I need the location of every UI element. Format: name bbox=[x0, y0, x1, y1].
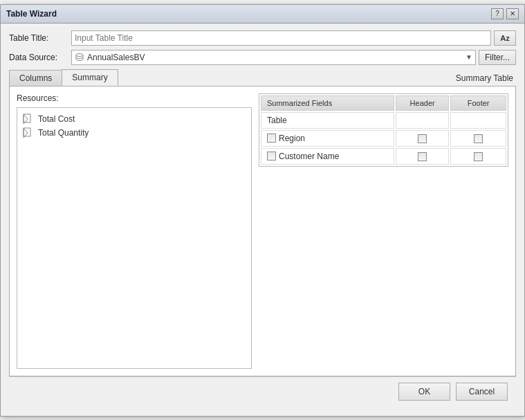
customer-name-header-checkbox[interactable] bbox=[418, 152, 427, 161]
region-header-checkbox[interactable] bbox=[418, 134, 427, 143]
col-header-footer: Footer bbox=[450, 95, 506, 111]
cancel-button[interactable]: Cancel bbox=[456, 383, 508, 401]
dialog-title: Table Wizard bbox=[6, 9, 57, 19]
table-title-input[interactable] bbox=[71, 30, 491, 46]
summary-table-label: Summary Table bbox=[456, 73, 516, 83]
close-button[interactable]: ✕ bbox=[506, 8, 519, 19]
az-button[interactable]: Az bbox=[494, 30, 516, 46]
col-header-fields: Summarized Fields bbox=[261, 95, 394, 111]
resource-label-total-quantity: Total Quantity bbox=[38, 128, 89, 138]
section-table: Table bbox=[261, 112, 506, 129]
resource-label-total-cost: Total Cost bbox=[38, 114, 75, 124]
data-source-label: Data Source: bbox=[9, 53, 71, 62]
data-source-row: Data Source: AnnualSalesBV ▼ Filter... bbox=[9, 50, 516, 65]
resource-item-total-quantity[interactable]: Total Quantity bbox=[20, 126, 248, 140]
tabs-area: Columns Summary Summary Table bbox=[9, 69, 516, 86]
table-wizard-dialog: Table Wizard ? ✕ Table Title: Az Data So… bbox=[0, 4, 525, 417]
customer-name-field-checkbox[interactable] bbox=[267, 152, 276, 161]
col-header-header: Header bbox=[396, 95, 449, 111]
resources-list: Total Cost Total Quantity bbox=[17, 107, 252, 369]
table-title-row: Table Title: Az bbox=[9, 30, 516, 46]
resources-section: Resources: Total Cost bbox=[17, 93, 252, 369]
tabs-left: Columns Summary bbox=[9, 69, 118, 86]
customer-name-field-label: Customer Name bbox=[279, 152, 339, 161]
main-content: Resources: Total Cost bbox=[9, 86, 516, 376]
region-field-checkbox[interactable] bbox=[267, 134, 276, 143]
region-field-label: Region bbox=[279, 134, 305, 143]
field-customer-name-cell: Customer Name bbox=[261, 148, 394, 165]
title-bar-buttons: ? ✕ bbox=[491, 8, 519, 19]
resources-label: Resources: bbox=[17, 93, 252, 103]
summarized-fields-table: Summarized Fields Header Footer Table bbox=[259, 93, 508, 167]
ok-button[interactable]: OK bbox=[398, 383, 450, 401]
svg-point-0 bbox=[76, 53, 83, 56]
data-source-value: AnnualSalesBV bbox=[87, 53, 463, 62]
section-label-table: Table bbox=[261, 112, 394, 129]
field-icon-2 bbox=[23, 127, 34, 138]
table-title-label: Table Title: bbox=[9, 33, 71, 43]
help-button[interactable]: ? bbox=[491, 8, 504, 19]
dropdown-arrow-icon: ▼ bbox=[466, 53, 472, 61]
summarized-section: Summarized Fields Header Footer Table bbox=[259, 93, 508, 369]
resource-item-total-cost[interactable]: Total Cost bbox=[20, 112, 248, 126]
tab-columns[interactable]: Columns bbox=[9, 70, 62, 86]
customer-name-footer-checkbox[interactable] bbox=[474, 152, 483, 161]
title-bar: Table Wizard ? ✕ bbox=[1, 5, 524, 24]
data-source-selector[interactable]: AnnualSalesBV ▼ bbox=[71, 50, 476, 65]
tab-summary[interactable]: Summary bbox=[62, 69, 118, 86]
dialog-body: Table Title: Az Data Source: AnnualSales… bbox=[1, 24, 524, 416]
table-row: Customer Name bbox=[261, 148, 506, 165]
field-icon bbox=[23, 113, 34, 125]
database-icon bbox=[75, 53, 84, 62]
field-region-cell: Region bbox=[261, 130, 394, 147]
dialog-footer: OK Cancel bbox=[9, 376, 516, 408]
region-footer-checkbox[interactable] bbox=[474, 134, 483, 143]
filter-button[interactable]: Filter... bbox=[479, 50, 516, 65]
table-row: Region bbox=[261, 130, 506, 147]
